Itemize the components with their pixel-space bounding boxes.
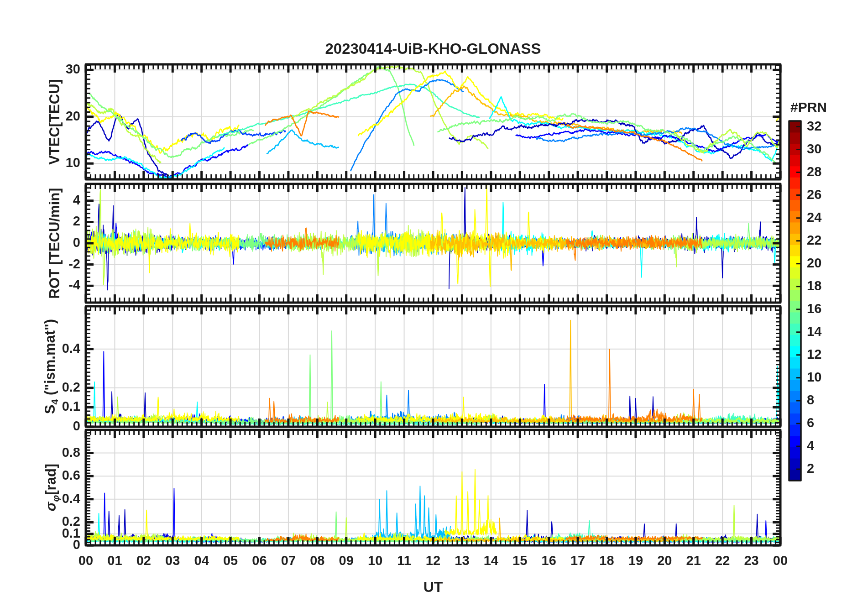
y-tick-label-vtec: 10 [42,155,80,170]
y-tick-label-sigma-phi: 0.8 [42,445,80,460]
y-tick-label-vtec: 20 [42,109,80,124]
x-tick-label: 00 [761,553,800,568]
y-tick-label-sigma-phi: 0.6 [42,468,80,483]
y-tick-label-rot: 0 [42,235,80,250]
y-tick-label-sigma-phi: 0.4 [42,491,80,506]
y-tick-label-vtec: 30 [42,62,80,77]
colorbar-tick-label: 28 [807,164,821,179]
figure: 20230414-UiB-KHO-GLONASS VTEC[TECU] ROT … [0,0,868,607]
y-tick-label-rot: 4 [42,193,80,208]
colorbar-tick-label: 24 [807,210,821,225]
colorbar-tick-label: 4 [807,438,814,453]
y-tick-label-sigma-phi: 0 [42,537,80,552]
colorbar-tick-label: 16 [807,301,821,316]
y-tick-label-s4: 0.4 [42,341,80,356]
colorbar-tick-label: 6 [807,415,814,430]
y-tick-label-rot: -2 [42,256,80,272]
colorbar-tick-label: 18 [807,278,821,293]
colorbar-tick-label: 12 [807,347,821,362]
y-tick-label-s4: 0.1 [42,399,80,414]
y-tick-label-rot: 2 [42,214,80,229]
colorbar-title: #PRN [784,99,834,115]
plot-canvas [0,0,868,607]
colorbar-tick-label: 30 [807,141,821,157]
y-tick-label-rot: -4 [42,277,80,293]
colorbar-tick-label: 26 [807,187,821,202]
colorbar-tick-label: 32 [807,119,821,134]
colorbar-tick-label: 8 [807,392,814,408]
xlabel-ut: UT [424,579,443,596]
chart-title: 20230414-UiB-KHO-GLONASS [325,40,541,58]
colorbar-tick-label: 10 [807,370,821,385]
colorbar-tick-label: 20 [807,256,821,271]
y-tick-label-s4: 0.2 [42,380,80,395]
colorbar-tick-label: 22 [807,233,821,248]
y-tick-label-s4: 0 [42,419,80,434]
colorbar-tick-label: 14 [807,324,821,339]
colorbar-tick-label: 2 [807,461,814,476]
